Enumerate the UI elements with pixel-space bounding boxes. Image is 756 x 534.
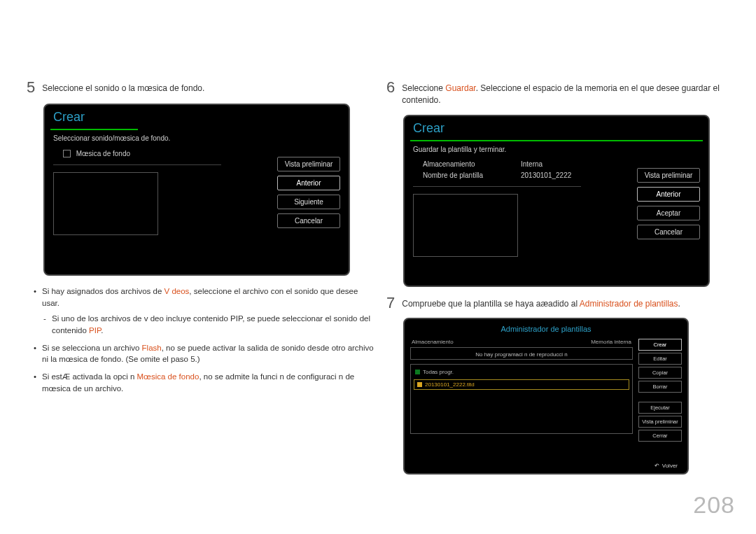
step-7: 7 Compruebe que la plantilla se haya aæa… xyxy=(386,297,735,311)
next-button[interactable]: Siguiente xyxy=(277,195,340,209)
right-column: 6 Seleccione Guardar. Seleccione el espa… xyxy=(386,81,735,475)
checkbox-label: Mœsica de fondo xyxy=(76,150,130,157)
note-item: Si se selecciona un archivo Flash, no se… xyxy=(42,342,375,365)
preview-button[interactable]: Vista preliminar xyxy=(277,157,340,171)
divider xyxy=(53,164,221,165)
cancel-button[interactable]: Cancelar xyxy=(637,225,700,239)
note-item: Si hay asignados dos archivos de V deos,… xyxy=(42,286,375,337)
panel-title: Crear xyxy=(48,108,346,129)
admin-panel: Administrador de plantillas Almacenamien… xyxy=(403,318,689,475)
admin-title: Administrador de plantillas xyxy=(410,325,682,333)
previous-button[interactable]: Anterior xyxy=(637,187,700,202)
close-button[interactable]: Cerrar xyxy=(638,430,682,442)
note-subitem: Si uno de los archivos de v deo incluye … xyxy=(52,313,375,336)
left-column: 5 Seleccione el sonido o la mœsica de fo… xyxy=(27,81,375,475)
preview-thumb xyxy=(413,194,518,257)
checkbox-icon[interactable] xyxy=(63,150,71,157)
list-item-selected[interactable]: 20130101_2222.tltd xyxy=(414,379,629,390)
step-text: Seleccione Guardar. Seleccione el espaci… xyxy=(402,81,735,106)
crear-panel-step6: Crear Guardar la plantilla y terminar. A… xyxy=(403,115,710,287)
step-number: 7 xyxy=(386,295,395,311)
template-name-row: Nombre de plantilla 20130101_2222 xyxy=(423,171,631,179)
step-6: 6 Seleccione Guardar. Seleccione el espa… xyxy=(386,81,735,106)
storage-row: Almacenamiento Interna xyxy=(423,160,631,168)
create-button[interactable]: Crear xyxy=(638,339,682,351)
edit-button[interactable]: Editar xyxy=(638,353,682,365)
list-item[interactable]: Todas progr. xyxy=(414,367,629,377)
progress-line xyxy=(50,129,343,130)
admin-storage-row: Almacenamiento Memoria interna xyxy=(410,339,633,345)
note-item: Si estÆ activada la opci n Mœsica de fon… xyxy=(42,371,375,394)
previous-button[interactable]: Anterior xyxy=(277,176,340,190)
admin-list: Todas progr. 20130101_2222.tltd xyxy=(410,364,633,434)
preview-button[interactable]: Vista preliminar xyxy=(637,168,700,183)
panel-title: Crear xyxy=(407,119,706,140)
divider xyxy=(413,186,581,187)
folder-icon xyxy=(415,370,420,374)
return-icon: ↶ xyxy=(654,463,659,469)
crear-panel-step5: Crear Seleccionar sonido/mœsica de fondo… xyxy=(43,104,350,276)
return-button[interactable]: ↶Volver xyxy=(654,463,678,469)
cancel-button[interactable]: Cancelar xyxy=(277,213,340,228)
preview-thumb xyxy=(53,172,158,235)
notes-list: Si hay asignados dos archivos de V deos,… xyxy=(27,286,375,394)
accept-button[interactable]: Aceptar xyxy=(637,206,700,220)
preview-button[interactable]: Vista preliminar xyxy=(638,416,682,428)
page-number: 208 xyxy=(693,491,735,519)
copy-button[interactable]: Copiar xyxy=(638,367,682,379)
run-button[interactable]: Ejecutar xyxy=(638,402,682,414)
delete-button[interactable]: Borrar xyxy=(638,381,682,393)
step-5: 5 Seleccione el sonido o la mœsica de fo… xyxy=(27,81,375,95)
step-text: Seleccione el sonido o la mœsica de fond… xyxy=(42,81,204,94)
panel-subtitle: Seleccionar sonido/mœsica de fondo. xyxy=(53,134,272,142)
step-number: 5 xyxy=(27,80,35,95)
panel-subtitle: Guardar la plantilla y terminar. xyxy=(413,146,631,153)
file-icon xyxy=(417,382,422,387)
step-text: Compruebe que la plantilla se haya aæadi… xyxy=(402,297,680,310)
admin-msg: No hay programaci n de reproducci n xyxy=(410,347,633,360)
step-number: 6 xyxy=(386,80,395,95)
progress-line xyxy=(410,140,703,141)
